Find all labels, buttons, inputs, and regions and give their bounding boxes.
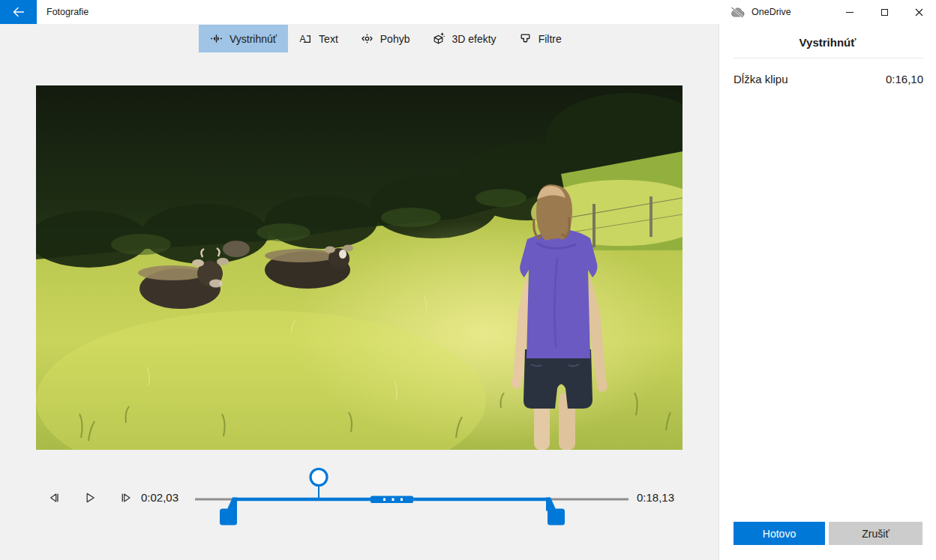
previous-frame-button[interactable] [43, 487, 65, 509]
close-button[interactable] [902, 0, 936, 24]
tab-filters-label: Filtre [538, 33, 562, 45]
maximize-button[interactable] [867, 0, 902, 24]
clip-length-value: 0:16,10 [886, 73, 923, 85]
next-frame-icon [119, 491, 133, 505]
window-controls [832, 0, 936, 24]
onedrive-status[interactable]: OneDrive [729, 0, 791, 24]
tab-3d-effects-label: 3D efekty [452, 33, 496, 45]
close-icon [915, 8, 923, 16]
trim-handle-left[interactable] [220, 498, 237, 526]
trim-side-panel: Vystrihnúť Dĺžka klipu 0:16,10 Hotovo Zr… [718, 24, 936, 560]
trim-end-time: 0:18,13 [637, 491, 674, 504]
text-icon: A [299, 32, 312, 45]
title-bar: Fotografie OneDrive [0, 0, 936, 24]
motion-icon [361, 32, 374, 45]
arrow-left-icon [12, 6, 25, 18]
maximize-icon [881, 9, 888, 16]
photos-app-window: Fotografie OneDrive [0, 0, 936, 560]
tab-filters[interactable]: Filtre [508, 25, 573, 52]
tab-trim[interactable]: Vystrihnúť [199, 25, 288, 52]
main-area: Vystrihnúť A Text [0, 24, 718, 560]
back-button[interactable] [0, 0, 37, 24]
panel-title: Vystrihnúť [719, 36, 936, 49]
tab-text[interactable]: A Text [288, 25, 350, 52]
trim-timeline [0, 454, 718, 536]
trim-icon [210, 32, 223, 45]
tab-3d-effects[interactable]: 3D efekty [421, 25, 507, 52]
video-preview[interactable] [36, 85, 682, 450]
selection-drag-pill[interactable] [370, 496, 413, 504]
app-title: Fotografie [46, 0, 88, 24]
tab-text-label: Text [319, 33, 338, 45]
onedrive-label: OneDrive [752, 7, 791, 17]
filters-icon [519, 32, 532, 45]
clip-length-label: Dĺžka klipu [734, 73, 788, 85]
previous-frame-icon [47, 491, 61, 505]
done-button[interactable]: Hotovo [734, 522, 825, 545]
tab-motion-label: Pohyb [380, 33, 410, 45]
trim-start-time: 0:02,03 [141, 491, 178, 504]
video-frame-image [36, 85, 682, 450]
3d-effects-icon [432, 32, 445, 45]
playhead[interactable] [310, 469, 327, 499]
edit-toolbar: Vystrihnúť A Text [199, 25, 573, 52]
tab-trim-label: Vystrihnúť [230, 33, 277, 45]
background-cow [223, 241, 250, 257]
minimize-button[interactable] [832, 0, 867, 24]
cow-center [265, 245, 353, 289]
cancel-button[interactable]: Zrušiť [829, 522, 922, 545]
next-frame-button[interactable] [115, 487, 137, 509]
trim-handle-right[interactable] [546, 498, 565, 526]
minimize-icon [846, 12, 854, 13]
tab-motion[interactable]: Pohyb [350, 25, 422, 52]
panel-divider [734, 58, 924, 58]
play-button[interactable] [79, 487, 101, 509]
play-icon [83, 491, 97, 505]
onedrive-cloud-offline-icon [729, 7, 746, 18]
